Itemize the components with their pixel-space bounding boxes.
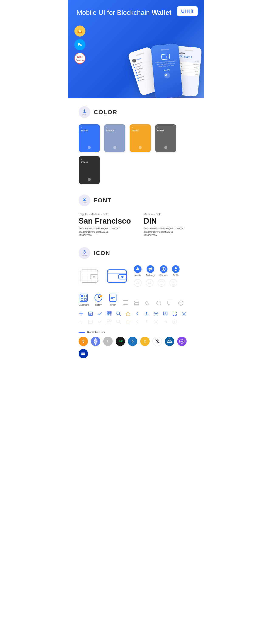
- circle-icon: [156, 300, 162, 306]
- svg-rect-73: [108, 312, 108, 313]
- blockchain-line: [78, 332, 85, 333]
- wallet-icon-phone: [161, 53, 170, 60]
- zcash-icon: Z: [140, 337, 150, 346]
- color-section-header: 1 ONE COLOR: [78, 106, 194, 118]
- svg-rect-57: [134, 301, 139, 302]
- font-section-number: 2 TWO: [78, 194, 90, 206]
- color-swatches: # 3574FA # 8DA0C8 # F5A623 # 666666 #: [78, 124, 194, 184]
- screens-badge: 60+ Screens: [74, 53, 86, 64]
- blockchain-label-row: BlockChain Icon: [78, 331, 194, 334]
- svg-line-99: [120, 323, 121, 324]
- svg-marker-112: [94, 342, 96, 346]
- svg-rect-45: [81, 295, 83, 297]
- check-icon: [97, 311, 102, 316]
- search-icon-ghost: [116, 319, 121, 324]
- color-section-title: COLOR: [94, 109, 117, 116]
- discover-label: Discover: [160, 274, 168, 276]
- svg-point-43: [172, 281, 174, 283]
- assets-icon-ghost: [134, 279, 142, 287]
- check-icon-ghost: [97, 319, 102, 324]
- moon-icon: [145, 300, 151, 306]
- svg-point-40: [158, 279, 165, 286]
- swatch-dot: [88, 146, 91, 149]
- info-icon-ghost: [172, 319, 177, 324]
- management-icon: [79, 293, 88, 302]
- settings-icon: [154, 311, 158, 316]
- svg-rect-48: [84, 298, 86, 300]
- icon-section-number: 3 THREE: [78, 247, 90, 259]
- twitter-icon-phone: [164, 72, 171, 79]
- ardor-icon: [165, 337, 174, 346]
- star-icon-ghost: [126, 319, 130, 324]
- nav-icons-active-row: Assets Exchange: [134, 265, 180, 276]
- arrow-icon-ghost: [163, 319, 168, 324]
- font-section-header: 2 TWO FONT: [78, 194, 194, 206]
- ethereum-icon: [91, 337, 100, 346]
- svg-line-80: [120, 314, 121, 316]
- color-section-number: 1 ONE: [78, 106, 90, 118]
- history-icon: [94, 293, 103, 302]
- profile-icon: [172, 265, 180, 273]
- svg-point-23: [93, 276, 95, 278]
- stripes-icon: [78, 349, 88, 358]
- matic-icon: MAT: [177, 337, 186, 346]
- assets-label: Assets: [134, 274, 141, 276]
- misc-icons-ghost: [78, 319, 194, 324]
- plus-icon: [78, 311, 84, 316]
- svg-rect-74: [110, 312, 111, 313]
- share-icon-ghost: [144, 319, 149, 324]
- ps-badge: Ps: [74, 39, 86, 50]
- icon-section-title: ICON: [94, 250, 110, 256]
- svg-point-50: [100, 295, 102, 297]
- svg-rect-75: [108, 314, 108, 316]
- neo-icon: NEO: [116, 337, 125, 346]
- font-chars-lower-sf: abcdefghijklmnopqrstuvwxyz: [78, 230, 131, 233]
- chat-icon: [122, 300, 128, 306]
- info-icon: [178, 300, 184, 306]
- icon-item-exchange: Exchange: [146, 265, 155, 276]
- screens-label: Screens: [76, 59, 84, 62]
- profile-icon-ghost: [170, 279, 177, 287]
- sketch-badge: [74, 26, 86, 36]
- font-chars-upper-din: ABCDEFGHIJKLMNOPQRSTUVWXYZ: [144, 227, 185, 230]
- swatch-dot: [139, 146, 142, 149]
- qr-icon: [107, 311, 112, 316]
- exchange-label: Exchange: [146, 274, 155, 276]
- wallet-icon-grid: [78, 268, 100, 284]
- exchange-icon: [146, 265, 154, 273]
- svg-rect-76: [110, 314, 110, 315]
- discover-icon-ghost: [158, 279, 165, 287]
- svg-marker-100: [126, 320, 130, 324]
- svg-point-37: [134, 279, 141, 286]
- swatch-dot: [113, 146, 116, 149]
- svg-rect-25: [107, 270, 126, 282]
- svg-rect-95: [107, 320, 109, 322]
- share-icon: [144, 311, 149, 316]
- wallet-icon-filled: [106, 268, 128, 284]
- layers-icon: [134, 300, 140, 306]
- misc-icons-active: [78, 311, 194, 316]
- svg-rect-77: [111, 314, 111, 315]
- icon-item-history: History: [94, 293, 103, 306]
- color-section: 1 ONE COLOR # 3574FA # 8DA0C8 # F5A623: [78, 106, 194, 184]
- font-nums-din: 1234567890: [144, 234, 185, 236]
- swatch-dot: [88, 178, 91, 181]
- screens-count: 60+: [77, 55, 83, 59]
- svg-marker-81: [126, 312, 130, 316]
- ps-label: Ps: [78, 43, 82, 46]
- icon-item-management: Mangment: [78, 293, 88, 306]
- upload-icon: [163, 311, 168, 316]
- svg-point-60: [156, 301, 161, 305]
- swatch-orange: # F5A623: [130, 124, 151, 152]
- assets-icon: [134, 265, 142, 273]
- chevron-left-icon-ghost: [135, 319, 140, 324]
- svg-rect-56: [123, 300, 128, 304]
- litecoin-icon: Ł: [103, 337, 112, 346]
- icon-item-order: Order: [108, 293, 118, 306]
- svg-point-8: [168, 56, 168, 58]
- crypto-icons-row: ₿ Ł: [78, 337, 194, 358]
- svg-point-63: [180, 302, 181, 302]
- qr-icon-ghost: [107, 319, 112, 324]
- sketch-icon: [77, 28, 83, 34]
- order-label: Order: [110, 304, 116, 306]
